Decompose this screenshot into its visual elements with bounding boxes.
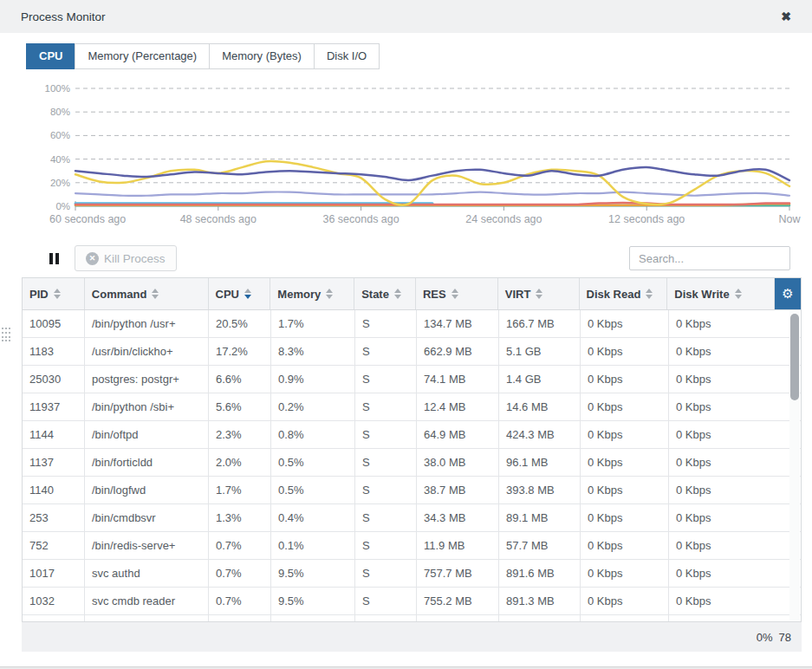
cell-pid: 1183: [23, 338, 85, 365]
cell-res: 757.7 MB: [417, 560, 499, 587]
column-header-cpu[interactable]: CPU: [209, 278, 271, 309]
cell-memory: 0.9%: [271, 366, 355, 393]
cell-pid: 25030: [23, 366, 85, 393]
gear-icon: ⚙: [782, 286, 793, 302]
cell-disk-read: 0 Kbps: [581, 338, 669, 365]
cell-res: 38.0 MB: [417, 449, 499, 476]
table-row[interactable]: 10095/bin/python /usr+20.5%1.7%S134.7 MB…: [23, 310, 801, 338]
cell-disk-write: 0 Kbps: [669, 477, 791, 503]
sort-icon: [394, 289, 401, 299]
cell-virt: 96.1 MB: [499, 449, 581, 476]
cell-disk-read: 0 Kbps: [581, 588, 669, 614]
svg-text:60%: 60%: [50, 130, 70, 140]
svg-text:40%: 40%: [50, 154, 70, 165]
column-label: CPU: [216, 288, 239, 301]
column-header-res[interactable]: RES: [416, 278, 498, 309]
cell-pid: 752: [23, 532, 85, 559]
column-header-disk-read[interactable]: Disk Read: [580, 278, 668, 309]
drag-grip-icon[interactable]: [2, 328, 11, 341]
sort-icon: [451, 289, 458, 299]
tab-disk-i-o[interactable]: Disk I/O: [314, 43, 380, 69]
cell-res: 662.9 MB: [417, 338, 499, 365]
tab-memory-percentage[interactable]: Memory (Percentage): [75, 43, 210, 69]
cell-res: 64.9 MB: [417, 421, 499, 448]
cell-disk-write: 0 Kbps: [669, 560, 791, 587]
cell-pid: 1017: [23, 560, 85, 587]
column-header-virt[interactable]: VIRT: [498, 278, 580, 309]
cell-cpu: 0.7%: [209, 588, 271, 614]
column-header-state[interactable]: State: [354, 278, 416, 309]
cell-memory: 0.4%: [271, 504, 355, 531]
cell-empty: [271, 615, 355, 621]
scroll-percent: 0%: [757, 631, 773, 644]
cell-state: S: [355, 504, 417, 531]
kill-process-button[interactable]: ✕ Kill Process: [75, 245, 177, 271]
table-row[interactable]: 1140/bin/logfwd1.7%0.5%S38.7 MB393.8 MB0…: [23, 477, 801, 504]
table-row[interactable]: 25030postgres: postgr+6.6%0.9%S74.1 MB1.…: [23, 366, 801, 393]
table-row[interactable]: 11937/bin/python /sbi+5.6%0.2%S12.4 MB14…: [23, 393, 801, 421]
cell-memory: 0.8%: [271, 421, 355, 448]
cell-res: 134.7 MB: [417, 310, 499, 337]
column-label: Disk Write: [674, 288, 729, 301]
sort-icon: [326, 289, 333, 299]
column-settings-button[interactable]: ⚙: [775, 278, 801, 309]
column-header-pid[interactable]: PID: [23, 278, 85, 309]
cell-cpu: 17.2%: [209, 338, 271, 365]
cell-memory: 9.5%: [271, 560, 355, 587]
cpu-usage-chart: 0%20%40%60%80%100%60 seconds ago48 secon…: [22, 78, 802, 232]
table-row[interactable]: 752/bin/redis-serve+0.7%0.1%S11.9 MB57.7…: [23, 532, 801, 560]
pause-button[interactable]: [46, 250, 62, 268]
svg-text:20%: 20%: [50, 178, 70, 188]
cell-disk-write: 0 Kbps: [669, 421, 791, 448]
tab-cpu[interactable]: CPU: [26, 43, 75, 69]
svg-text:60 seconds ago: 60 seconds ago: [49, 213, 126, 225]
titlebar: Process Monitor ✖: [0, 0, 812, 33]
cell-state: S: [355, 560, 417, 587]
tab-bar: CPUMemory (Percentage)Memory (Bytes)Disk…: [26, 43, 802, 69]
cell-command: postgres: postgr+: [85, 366, 209, 393]
table-toolbar: ✕ Kill Process: [22, 244, 802, 272]
svg-text:80%: 80%: [50, 107, 70, 117]
cell-res: 755.2 MB: [417, 588, 499, 614]
close-icon[interactable]: ✖: [781, 10, 791, 23]
cell-command: /bin/forticldd: [85, 449, 209, 476]
table-row[interactable]: 1137/bin/forticldd2.0%0.5%S38.0 MB96.1 M…: [23, 449, 801, 477]
cell-disk-read: 0 Kbps: [581, 310, 669, 337]
table-row[interactable]: 1183/usr/bin/clickho+17.2%8.3%S662.9 MB5…: [23, 338, 801, 366]
table-row[interactable]: 1144/bin/oftpd2.3%0.8%S64.9 MB424.3 MB0 …: [23, 421, 801, 449]
column-header-memory[interactable]: Memory: [270, 278, 354, 309]
cell-cpu: 1.7%: [209, 477, 271, 503]
column-header-command[interactable]: Command: [85, 278, 209, 309]
status-bar: 0% 78: [22, 622, 802, 652]
column-header-disk-write[interactable]: Disk Write: [667, 278, 775, 309]
cell-command: svc cmdb reader: [85, 588, 209, 614]
tab-memory-bytes[interactable]: Memory (Bytes): [209, 43, 315, 69]
cell-memory: 9.5%: [271, 588, 355, 614]
vertical-scrollbar[interactable]: [789, 311, 800, 620]
search-input[interactable]: [629, 246, 790, 270]
cell-res: 11.9 MB: [417, 532, 499, 559]
table-row[interactable]: 1032svc cmdb reader0.7%9.5%S755.2 MB891.…: [23, 588, 801, 615]
row-count: 78: [779, 631, 791, 644]
kill-process-label: Kill Process: [104, 252, 166, 265]
table-row[interactable]: 253/bin/cmdbsvr1.3%0.4%S34.3 MB89.1 MB0 …: [23, 504, 801, 532]
scrollbar-thumb[interactable]: [790, 314, 799, 400]
cell-disk-read: 0 Kbps: [581, 393, 669, 420]
cell-cpu: 5.6%: [209, 393, 271, 420]
cell-command: svc authd: [85, 560, 209, 587]
cell-disk-read: 0 Kbps: [581, 504, 669, 531]
process-monitor-dialog: Process Monitor ✖ CPUMemory (Percentage)…: [0, 0, 812, 667]
column-label: State: [361, 288, 389, 301]
svg-text:100%: 100%: [45, 83, 70, 94]
cell-virt: 424.3 MB: [499, 421, 581, 448]
cell-pid: 11937: [23, 393, 85, 420]
cell-state: S: [355, 421, 417, 448]
cell-disk-write: 0 Kbps: [669, 532, 791, 559]
table-row[interactable]: 1017svc authd0.7%9.5%S757.7 MB891.6 MB0 …: [23, 560, 801, 588]
dialog-title: Process Monitor: [21, 10, 781, 23]
cell-cpu: 0.7%: [209, 532, 271, 559]
svg-text:24 seconds ago: 24 seconds ago: [465, 213, 542, 225]
cell-virt: 1.4 GB: [499, 366, 581, 393]
cell-pid: 1032: [23, 588, 85, 614]
cell-disk-read: 0 Kbps: [581, 477, 669, 503]
